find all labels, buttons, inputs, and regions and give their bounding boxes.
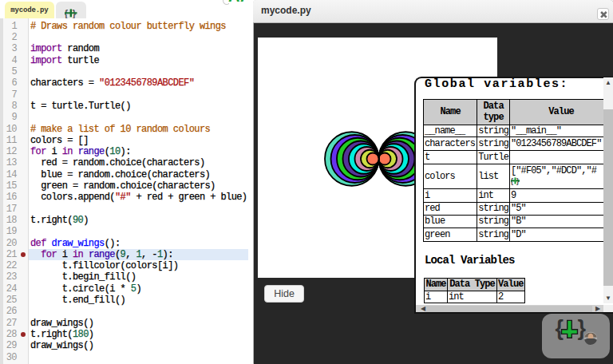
svg-text:{: { [556,316,564,340]
